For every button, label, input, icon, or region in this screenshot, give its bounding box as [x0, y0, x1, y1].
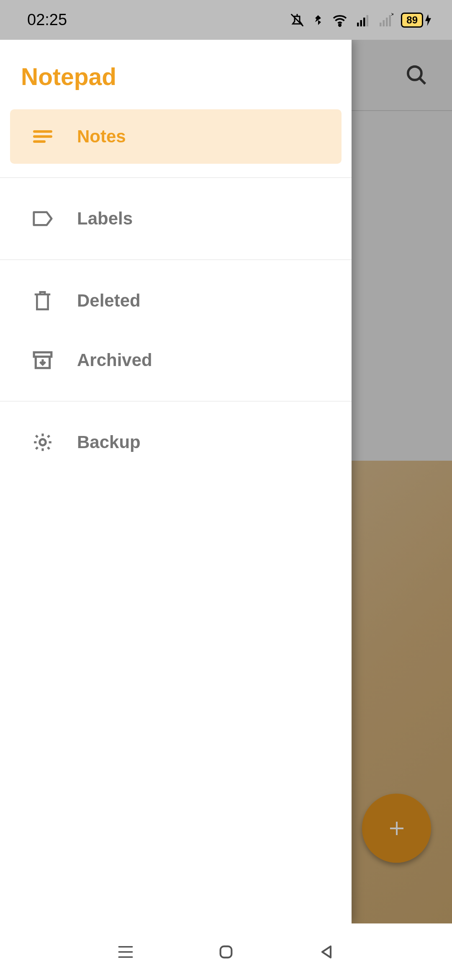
drawer-item-labels[interactable]: Labels [10, 191, 342, 246]
add-note-fab[interactable] [362, 794, 431, 863]
svg-rect-5 [380, 23, 382, 26]
svg-text:×: × [391, 13, 393, 18]
svg-rect-1 [357, 23, 359, 26]
svg-point-19 [39, 439, 46, 446]
svg-rect-7 [386, 18, 388, 26]
signal-icon [356, 13, 371, 28]
status-time: 02:25 [27, 11, 67, 29]
battery-percent: 89 [401, 13, 423, 28]
battery-indicator: 89 [401, 13, 432, 28]
navigation-drawer: Notepad Notes Labels [0, 40, 352, 923]
status-bar: 02:25 × 89 [0, 0, 452, 40]
svg-point-0 [339, 24, 341, 26]
drawer-items-container: Backup [0, 415, 352, 469]
nav-back-button[interactable] [314, 939, 339, 965]
drawer-item-label: Deleted [77, 291, 141, 311]
back-triangle-icon [318, 944, 335, 960]
svg-rect-2 [360, 20, 362, 26]
gear-icon [31, 431, 54, 454]
nav-home-button[interactable] [213, 939, 239, 965]
drawer-item-notes[interactable]: Notes [10, 109, 342, 164]
bluetooth-icon [312, 13, 324, 28]
app-title: Notepad [21, 63, 331, 90]
svg-rect-23 [221, 946, 232, 957]
archive-icon [31, 349, 54, 372]
notes-icon [31, 125, 54, 148]
drawer-items-container: Labels [0, 191, 352, 246]
drawer-item-label: Notes [77, 126, 126, 147]
drawer-item-archived[interactable]: Archived [10, 333, 342, 387]
divider [0, 259, 352, 260]
drawer-item-backup[interactable]: Backup [10, 415, 342, 469]
menu-lines-icon [117, 944, 134, 959]
drawer-header: Notepad [0, 40, 352, 109]
label-icon [31, 207, 54, 230]
silent-icon [290, 13, 305, 28]
drawer-item-deleted[interactable]: Deleted [10, 273, 342, 328]
system-nav-bar [0, 923, 452, 980]
nav-recent-button[interactable] [113, 939, 138, 965]
charging-icon [424, 14, 432, 26]
plus-icon [387, 818, 407, 838]
wifi-icon [331, 13, 348, 28]
divider [0, 177, 352, 178]
drawer-item-label: Backup [77, 432, 141, 452]
divider [0, 401, 352, 402]
trash-icon [31, 289, 54, 312]
drawer-item-label: Labels [77, 209, 133, 229]
status-icons: × 89 [290, 13, 432, 28]
svg-rect-3 [363, 18, 365, 26]
signal2-icon: × [378, 13, 393, 28]
svg-rect-6 [383, 20, 385, 26]
svg-rect-4 [367, 15, 369, 26]
square-icon [218, 944, 234, 960]
svg-rect-18 [34, 352, 51, 356]
drawer-item-label: Archived [77, 350, 152, 370]
drawer-items-container: Notes [0, 109, 352, 164]
drawer-items-container: Deleted Archived [0, 273, 352, 387]
